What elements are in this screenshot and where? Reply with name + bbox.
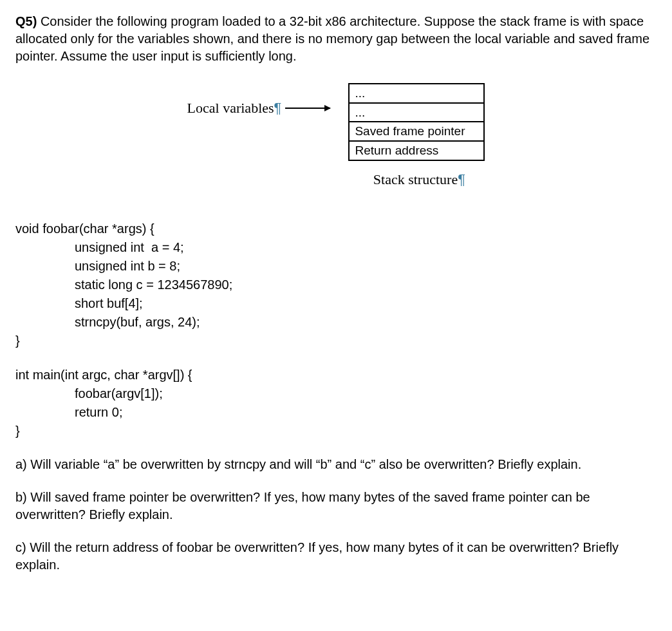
code-line: static long c = 1234567890; <box>15 276 232 294</box>
question-text: Consider the following program loaded to… <box>15 14 649 63</box>
pilcrow-icon: ¶ <box>274 100 282 116</box>
code-line: return 0; <box>15 403 122 422</box>
stack-block: ... ... Saved frame pointer Return addre… <box>341 83 485 189</box>
arrow-icon <box>285 108 330 109</box>
question-intro: Q5) Consider the following program loade… <box>15 13 657 65</box>
stack-table: ... ... Saved frame pointer Return addre… <box>348 83 485 161</box>
question-label: Q5) <box>15 14 37 28</box>
diagram-left: Local variables¶ <box>187 99 331 118</box>
stack-row: ... <box>349 84 484 103</box>
code-line: strncpy(buf, args, 24); <box>15 313 200 332</box>
stack-row: Return address <box>349 141 484 160</box>
code-line: foobar(argv[1]); <box>15 384 163 403</box>
question-part-b: b) Will saved frame pointer be overwritt… <box>15 489 657 523</box>
code-line: unsigned int b = 8; <box>15 257 180 276</box>
code-line: unsigned int a = 4; <box>15 238 184 257</box>
code-line: void foobar(char *args) { <box>15 221 154 236</box>
pilcrow-icon: ¶ <box>458 171 465 187</box>
stack-diagram: Local variables¶ ... ... Saved frame poi… <box>15 83 657 189</box>
code-main: int main(int argc, char *argv[]) { fooba… <box>15 366 657 440</box>
stack-row: ... <box>349 103 484 122</box>
code-line: } <box>15 424 20 438</box>
stack-caption: Stack structure¶ <box>341 170 485 189</box>
code-line: short buf[4]; <box>15 294 143 313</box>
question-part-c: c) Will the return address of foobar be … <box>15 539 657 574</box>
code-line: } <box>15 334 20 348</box>
question-part-a: a) Will variable “a” be overwritten by s… <box>15 456 657 473</box>
code-line: int main(int argc, char *argv[]) { <box>15 368 192 382</box>
stack-row: Saved frame pointer <box>349 122 484 141</box>
code-foobar: void foobar(char *args) { unsigned int a… <box>15 220 657 350</box>
local-variables-label: Local variables¶ <box>187 99 282 118</box>
